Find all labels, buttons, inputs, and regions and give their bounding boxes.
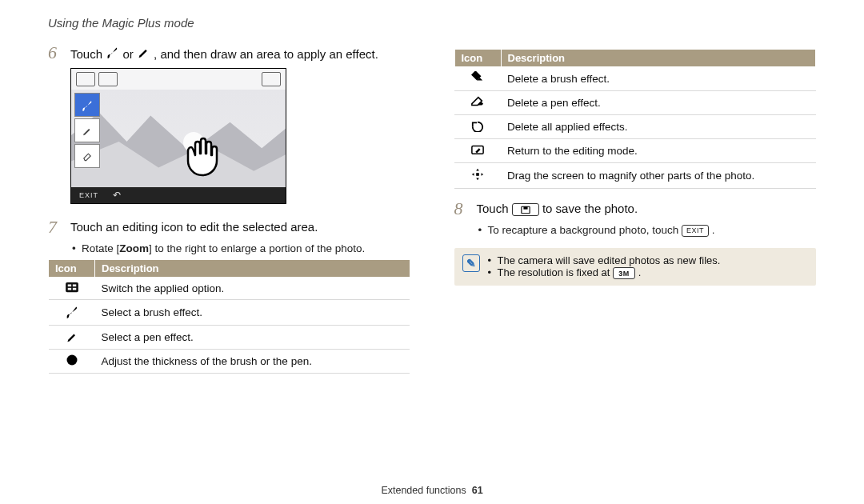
table-cell: Switch the applied option. <box>95 278 410 300</box>
svg-rect-4 <box>67 288 70 290</box>
page-title: Using the Magic Plus mode <box>48 16 816 30</box>
return-edit-icon <box>454 139 501 163</box>
step-text: Touch <box>70 47 106 61</box>
step-bullet: To recapture a background photo, touch E… <box>478 224 817 237</box>
thickness-icon <box>49 350 95 374</box>
resolution-chip-icon: 3M <box>613 267 635 279</box>
overlay-icon <box>98 72 118 86</box>
table-row: Select a pen effect. <box>49 326 410 350</box>
table-cell: Delete a pen effect. <box>501 91 816 115</box>
table-row: Select a brush effect. <box>49 300 410 326</box>
icon-table-right: Icon Description Delete a brush effect. … <box>454 49 817 189</box>
left-column: 6 Touch or , and then draw an area to ap… <box>48 44 410 374</box>
note-icon: ✎ <box>462 254 480 272</box>
step-7: 7 Touch an editing icon to edit the sele… <box>48 218 410 236</box>
table-header-desc: Description <box>501 50 816 67</box>
table-cell: Select a pen effect. <box>95 326 410 350</box>
exit-label: EXIT <box>79 191 98 199</box>
table-cell: Delete a brush effect. <box>501 67 816 91</box>
step-bullet: Rotate [Zoom] to the right to enlarge a … <box>72 242 410 254</box>
step-text: , and then draw an area to apply an effe… <box>154 47 378 61</box>
step-6: 6 Touch or , and then draw an area to ap… <box>48 44 410 62</box>
pen-tool <box>74 118 100 142</box>
note-line: The resolution is fixed at 3M . <box>488 266 721 279</box>
svg-rect-1 <box>66 282 78 292</box>
step-number: 6 <box>48 44 62 62</box>
svg-rect-8 <box>476 173 479 176</box>
table-row: Delete a brush effect. <box>454 67 816 91</box>
step-number: 7 <box>48 218 62 236</box>
delete-brush-icon <box>454 67 501 91</box>
note-line: The camera will save edited photos as ne… <box>488 254 721 266</box>
table-cell: Delete all applied effects. <box>501 115 816 139</box>
svg-rect-5 <box>72 288 75 290</box>
brush-icon <box>49 300 95 326</box>
hand-gesture-icon <box>175 125 231 185</box>
brush-tool <box>74 93 100 117</box>
table-header-icon: Icon <box>454 50 501 67</box>
table-row: Delete all applied effects. <box>454 115 816 139</box>
icon-table-left: Icon Description Switch the applied opti… <box>48 259 410 374</box>
preview-icon <box>262 72 281 86</box>
svg-point-6 <box>66 355 77 366</box>
pen-icon <box>49 326 95 350</box>
step-text: Touch <box>477 202 512 215</box>
svg-rect-10 <box>523 206 527 209</box>
exit-chip: EXIT <box>682 225 709 237</box>
table-cell: Drag the screen to magnify other parts o… <box>501 163 816 189</box>
save-icon <box>512 203 539 216</box>
eraser-tool <box>74 144 100 168</box>
table-row: Return to the editing mode. <box>454 139 816 163</box>
step-text: Touch an editing icon to edit the select… <box>70 218 318 234</box>
table-cell: Adjust the thickness of the brush or the… <box>95 350 410 374</box>
note-box: ✎ The camera will save edited photos as … <box>454 248 817 286</box>
table-row: Switch the applied option. <box>49 278 410 300</box>
table-header-icon: Icon <box>49 260 95 278</box>
step-number: 8 <box>454 200 469 218</box>
table-cell: Return to the editing mode. <box>501 139 816 163</box>
right-column: Icon Description Delete a brush effect. … <box>454 44 817 374</box>
switch-option-icon <box>49 278 95 300</box>
table-row: Adjust the thickness of the brush or the… <box>49 350 410 374</box>
svg-rect-3 <box>72 285 75 287</box>
undo-all-icon <box>454 115 501 139</box>
step-text: or <box>122 47 137 61</box>
page-footer: Extended functions 61 <box>0 485 864 496</box>
step-8: 8 Touch to save the photo. <box>454 200 817 218</box>
brush-icon <box>106 46 119 58</box>
table-header-desc: Description <box>95 260 410 278</box>
pan-icon <box>454 163 501 189</box>
editing-screen-illustration: EXIT ↶ <box>70 68 286 204</box>
table-row: Delete a pen effect. <box>454 91 816 115</box>
svg-rect-2 <box>67 285 70 287</box>
delete-pen-icon <box>454 91 501 115</box>
pen-icon <box>137 46 150 58</box>
table-cell: Select a brush effect. <box>95 300 410 326</box>
undo-icon: ↶ <box>113 190 121 201</box>
table-row: Drag the screen to magnify other parts o… <box>454 163 816 189</box>
mode-icon <box>76 72 95 86</box>
step-text: to save the photo. <box>542 202 638 215</box>
